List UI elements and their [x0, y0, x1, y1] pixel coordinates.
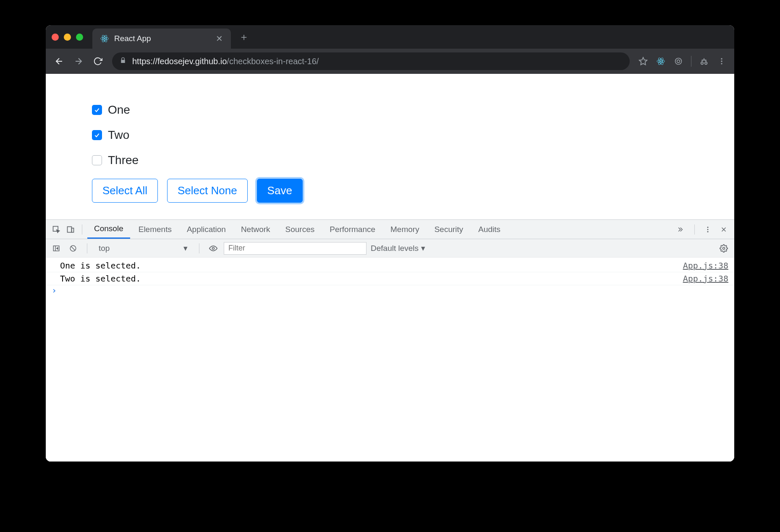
browser-window: React App ✕ ＋ https://fedosejev.github.i…	[46, 25, 734, 462]
maximize-window-button[interactable]	[76, 34, 83, 41]
svg-point-25	[723, 247, 725, 249]
svg-point-24	[212, 247, 215, 249]
console-log: One is selected. App.js:38 Two is select…	[46, 258, 734, 462]
window-controls	[52, 34, 83, 41]
button-row: Select All Select None Save	[92, 179, 688, 203]
device-toggle-icon[interactable]	[64, 223, 77, 236]
browser-tab[interactable]: React App ✕	[92, 29, 231, 49]
close-tab-icon[interactable]: ✕	[215, 34, 223, 44]
svg-point-11	[701, 62, 704, 65]
log-message: Two is selected.	[60, 274, 141, 284]
bookmark-icon[interactable]	[636, 54, 651, 69]
reload-button[interactable]	[89, 53, 106, 70]
log-source-link[interactable]: App.js:38	[683, 274, 728, 284]
console-filterbar: top ▾ Default levels ▾	[46, 239, 734, 258]
close-devtools-icon[interactable]	[717, 223, 730, 236]
new-tab-button[interactable]: ＋	[238, 30, 250, 44]
levels-label: Default levels	[371, 244, 419, 253]
checkbox-label: Three	[108, 154, 139, 167]
filter-input[interactable]	[224, 242, 366, 255]
checkbox-two[interactable]	[92, 130, 102, 140]
extension-icon[interactable]	[671, 54, 686, 69]
page-content: One Two Three Select All Select None Sav…	[46, 74, 734, 462]
svg-marker-4	[639, 57, 647, 65]
tab-memory[interactable]: Memory	[384, 220, 426, 239]
clear-console-icon[interactable]	[67, 242, 79, 255]
svg-point-21	[707, 231, 709, 232]
app-root: One Two Three Select All Select None Sav…	[46, 74, 734, 219]
tab-console[interactable]: Console	[87, 220, 130, 239]
separator	[694, 224, 695, 235]
checkbox-three[interactable]	[92, 155, 102, 165]
svg-point-20	[707, 229, 709, 230]
devtools-menu-icon[interactable]	[701, 223, 714, 236]
svg-point-5	[660, 60, 662, 62]
sidebar-toggle-icon[interactable]	[50, 242, 63, 255]
more-tabs-icon[interactable]	[675, 223, 688, 236]
console-settings-icon[interactable]	[717, 242, 730, 255]
chevron-down-icon: ▾	[421, 243, 425, 253]
url-text: https://fedosejev.github.io/checkboxes-i…	[132, 57, 319, 66]
log-levels-selector[interactable]: Default levels ▾	[371, 243, 425, 253]
tab-elements[interactable]: Elements	[132, 220, 178, 239]
toolbar-divider	[691, 56, 691, 67]
checkbox-row: Three	[92, 154, 688, 167]
log-message: One is selected.	[60, 261, 141, 271]
forward-button[interactable]	[70, 53, 87, 70]
checkbox-label: Two	[108, 128, 129, 142]
devtools-panel: Console Elements Application Network Sou…	[46, 219, 734, 462]
svg-point-9	[675, 58, 682, 65]
console-prompt[interactable]: ›	[46, 285, 734, 295]
tab-network[interactable]: Network	[234, 220, 277, 239]
save-button[interactable]: Save	[257, 179, 303, 203]
lock-icon	[120, 57, 126, 65]
svg-point-19	[707, 227, 709, 228]
log-entry: One is selected. App.js:38	[46, 259, 734, 272]
browser-toolbar: https://fedosejev.github.io/checkboxes-i…	[46, 49, 734, 74]
devtools-tabs: Console Elements Application Network Sou…	[46, 220, 734, 239]
separator	[82, 224, 82, 235]
checkbox-row: One	[92, 103, 688, 117]
tab-security[interactable]: Security	[428, 220, 470, 239]
url-host: https://fedosejev.github.io	[132, 57, 227, 66]
back-button[interactable]	[51, 53, 68, 70]
titlebar: React App ✕ ＋	[46, 25, 734, 49]
separator	[87, 243, 87, 253]
close-window-button[interactable]	[52, 34, 59, 41]
separator	[199, 243, 199, 253]
svg-rect-18	[72, 228, 74, 232]
context-value: top	[99, 244, 110, 253]
url-path: /checkboxes-in-react-16/	[227, 57, 319, 66]
svg-point-12	[705, 62, 707, 65]
minimize-window-button[interactable]	[64, 34, 71, 41]
checkbox-label: One	[108, 103, 130, 117]
select-none-button[interactable]: Select None	[167, 179, 248, 203]
address-bar[interactable]: https://fedosejev.github.io/checkboxes-i…	[112, 52, 630, 70]
inspect-icon[interactable]	[50, 223, 63, 236]
tab-title: React App	[114, 34, 210, 43]
checkbox-row: Two	[92, 128, 688, 142]
svg-rect-17	[68, 227, 72, 232]
svg-point-15	[721, 63, 722, 64]
tab-performance[interactable]: Performance	[323, 220, 382, 239]
checkbox-one[interactable]	[92, 105, 102, 115]
tab-audits[interactable]: Audits	[471, 220, 507, 239]
select-all-button[interactable]: Select All	[92, 179, 158, 203]
svg-point-14	[721, 60, 722, 62]
context-selector[interactable]: top ▾	[95, 242, 191, 255]
profile-icon[interactable]	[696, 54, 712, 69]
tab-application[interactable]: Application	[180, 220, 233, 239]
log-entry: Two is selected. App.js:38	[46, 272, 734, 285]
svg-point-13	[721, 58, 722, 60]
live-expression-icon[interactable]	[207, 242, 220, 255]
menu-icon[interactable]	[714, 54, 729, 69]
svg-point-10	[677, 60, 680, 63]
svg-point-0	[104, 38, 105, 39]
log-source-link[interactable]: App.js:38	[683, 261, 728, 271]
react-icon	[100, 34, 109, 43]
chevron-down-icon: ▾	[183, 243, 188, 253]
react-devtools-icon[interactable]	[653, 54, 668, 69]
tab-sources[interactable]: Sources	[279, 220, 322, 239]
